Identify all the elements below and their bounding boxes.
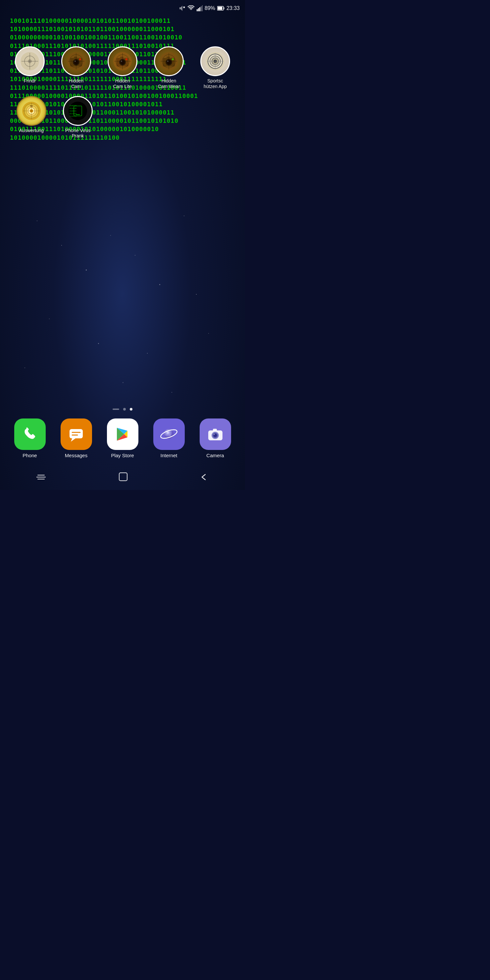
hiddencamlite-label: HiddenCam Lite (113, 78, 132, 89)
svg-rect-2 (197, 9, 198, 11)
nav-page-indicator-lines (113, 409, 119, 410)
svg-text:0111010: 0111010 (70, 113, 76, 115)
internet-icon (153, 418, 185, 450)
phonevirus-icon: 0100110 0110100 0100001 0111010 0100010 (63, 96, 93, 126)
svg-rect-81 (218, 432, 221, 433)
hiddencam1-label: HiddenCam (69, 78, 83, 89)
signal-icon (197, 5, 203, 11)
back-button[interactable] (197, 470, 212, 486)
wifi-icon (188, 5, 195, 11)
svg-text:0100001: 0100001 (70, 110, 76, 112)
svg-point-21 (79, 58, 81, 60)
svg-text:0100110: 0100110 (70, 105, 76, 107)
hiddencamwear-icon (154, 46, 184, 76)
nav-dot-2-active[interactable] (130, 408, 132, 410)
svg-rect-40 (167, 57, 170, 59)
dock-phone[interactable]: Phone (14, 418, 46, 458)
mute-icon (179, 5, 185, 11)
app-row-1: Frindr (6, 46, 239, 89)
recent-apps-button[interactable] (33, 470, 49, 486)
nav-dot-1[interactable] (123, 408, 126, 410)
app-frindr[interactable]: Frindr (11, 46, 48, 84)
playstore-icon (107, 418, 138, 450)
svg-rect-30 (120, 57, 124, 59)
svg-rect-6 (202, 5, 203, 11)
svg-point-14 (28, 59, 32, 63)
auswertung-icon: 50 (17, 96, 46, 126)
navbar (0, 465, 245, 490)
home-button[interactable] (115, 469, 131, 487)
battery-percent: 89% (205, 5, 215, 11)
hiddencamlite-icon (108, 46, 137, 76)
playstore-label: Play Store (111, 453, 134, 458)
svg-rect-4 (199, 7, 200, 11)
sportschuetzen-label: Sportschützen App (204, 78, 227, 89)
svg-rect-68 (70, 429, 83, 438)
nav-dots (0, 408, 245, 410)
status-icons: 89% 23:33 (179, 5, 240, 11)
svg-rect-80 (213, 429, 217, 431)
camera-label: Camera (206, 453, 224, 458)
auswertung-label: Auswertung (19, 128, 44, 134)
frindr-label: Frindr (24, 78, 36, 84)
dock-camera[interactable]: Camera (200, 418, 231, 458)
phone-label: Phone (22, 453, 37, 458)
svg-rect-5 (200, 6, 202, 11)
svg-rect-20 (74, 57, 77, 59)
dock-playstore[interactable]: Play Store (107, 418, 138, 458)
dock-messages[interactable]: Messages (60, 418, 92, 458)
svg-marker-69 (71, 438, 75, 442)
app-grid: Frindr (6, 46, 239, 139)
dock: Phone Messages Play Store (0, 413, 245, 463)
phonevirus-label: Phone VirusPrank (65, 128, 91, 139)
time: 23:33 (226, 5, 240, 11)
frindr-icon (15, 46, 45, 76)
app-phonevirus[interactable]: 0100110 0110100 0100001 0111010 0100010 … (60, 96, 96, 139)
svg-text:0100010: 0100010 (70, 115, 76, 117)
app-sportschuetzen[interactable]: Sportschützen App (197, 46, 234, 89)
hiddencam1-icon (61, 46, 91, 76)
sportschuetzen-icon (200, 46, 230, 76)
app-hiddencamlite[interactable]: HiddenCam Lite (104, 46, 141, 89)
hiddencamwear-label: HiddenCam Wear (158, 78, 180, 89)
svg-rect-8 (223, 7, 224, 9)
camera-icon (200, 418, 231, 450)
battery-icon (217, 6, 224, 11)
app-row-2: 50 Auswertung 0100110 0110100 0100001 01 (6, 96, 239, 139)
internet-label: Internet (161, 453, 177, 458)
svg-point-79 (213, 434, 215, 435)
status-bar: 89% 23:33 (0, 0, 245, 17)
phone-icon (14, 418, 46, 450)
svg-rect-85 (119, 473, 127, 481)
dock-internet[interactable]: Internet (153, 418, 185, 458)
app-hiddencamwear[interactable]: HiddenCam Wear (151, 46, 187, 89)
app-hiddencam1[interactable]: HiddenCam (58, 46, 94, 89)
svg-rect-9 (218, 7, 222, 10)
app-auswertung[interactable]: 50 Auswertung (13, 96, 50, 134)
messages-label: Messages (65, 453, 88, 458)
svg-point-41 (172, 58, 174, 60)
svg-rect-3 (198, 8, 199, 11)
svg-text:0110100: 0110100 (70, 107, 76, 109)
svg-point-31 (126, 58, 127, 60)
messages-icon (60, 418, 92, 450)
